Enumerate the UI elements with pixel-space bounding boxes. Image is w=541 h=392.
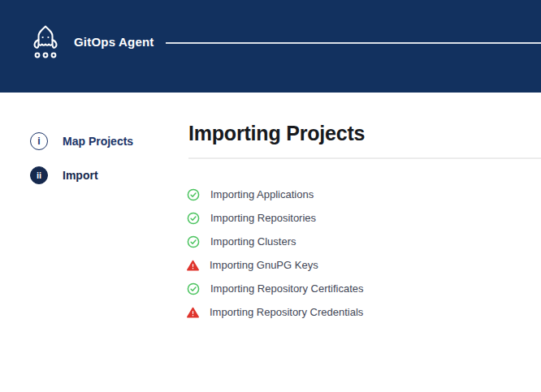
- step-numeral: ii: [37, 170, 41, 180]
- import-status-label: Importing GnuPG Keys: [210, 259, 318, 271]
- warning-triangle-icon: [187, 307, 199, 318]
- check-circle-icon: [187, 235, 200, 248]
- check-circle-icon: [187, 212, 200, 225]
- step-label: Import: [63, 169, 98, 182]
- import-status-list: Importing Applications Importing Reposit…: [187, 183, 541, 324]
- header-divider: [166, 42, 541, 44]
- app-header: GitOps Agent: [0, 0, 541, 93]
- import-status-row: Importing Clusters: [187, 230, 541, 253]
- import-status-row: Importing Repositories: [187, 206, 541, 230]
- page-title: Importing Projects: [188, 122, 365, 145]
- import-status-label: Importing Applications: [210, 188, 314, 200]
- import-status-label: Importing Repositories: [210, 212, 316, 224]
- argo-octopus-icon: [31, 24, 60, 59]
- step-numeral: i: [37, 136, 40, 147]
- brand: GitOps Agent: [31, 24, 154, 59]
- step-number-badge: i: [30, 132, 48, 150]
- check-circle-icon: [187, 188, 200, 201]
- import-status-row: Importing Repository Credentials: [187, 300, 541, 324]
- import-status-row: Importing GnuPG Keys: [187, 253, 541, 277]
- import-status-label: Importing Clusters: [210, 235, 296, 248]
- import-status-row: Importing Applications: [187, 183, 541, 206]
- warning-triangle-icon: [187, 260, 199, 271]
- check-circle-icon: [187, 282, 200, 295]
- stepper-item-import[interactable]: ii Import: [30, 166, 176, 184]
- step-label: Map Projects: [63, 135, 133, 148]
- import-status-label: Importing Repository Credentials: [210, 306, 363, 318]
- stepper-sidebar: i Map Projects ii Import: [30, 132, 176, 200]
- stepper-item-map-projects[interactable]: i Map Projects: [30, 132, 176, 150]
- import-status-row: Importing Repository Certificates: [187, 277, 541, 300]
- app-title: GitOps Agent: [74, 35, 154, 49]
- title-divider: [188, 157, 541, 159]
- import-status-label: Importing Repository Certificates: [210, 282, 364, 295]
- step-number-badge: ii: [30, 166, 48, 184]
